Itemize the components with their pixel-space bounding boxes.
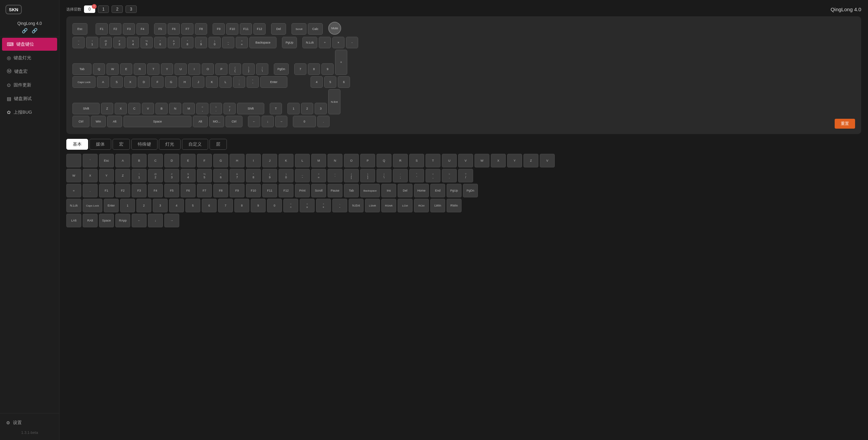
pk3-ins[interactable]: Ins xyxy=(381,184,396,197)
pk2-2[interactable]: @2 xyxy=(148,169,163,182)
key-l[interactable]: L xyxy=(219,76,232,88)
key-f4[interactable]: F4 xyxy=(136,23,149,35)
pk-r[interactable]: R xyxy=(393,154,408,167)
pk2-w[interactable]: W xyxy=(66,169,81,182)
key-lwin[interactable]: Win xyxy=(91,116,106,127)
key-o[interactable]: O xyxy=(202,63,214,75)
key-j[interactable]: J xyxy=(192,76,204,88)
key-comma[interactable]: <, xyxy=(196,103,208,114)
pk4-4[interactable]: 4 xyxy=(169,199,184,212)
key-a[interactable]: A xyxy=(97,76,109,88)
pk2-x[interactable]: X xyxy=(83,169,98,182)
key-k[interactable]: K xyxy=(206,76,218,88)
key-scroll[interactable]: Scroll xyxy=(291,23,306,35)
pk2-dot[interactable]: >. xyxy=(442,169,457,182)
pk3-pause[interactable]: Pause xyxy=(328,184,343,197)
key-v[interactable]: V xyxy=(142,103,154,114)
pk-c[interactable]: C xyxy=(148,154,163,167)
key-w[interactable]: W xyxy=(106,63,119,75)
key-npenter[interactable]: N.Ent xyxy=(328,89,340,114)
key-f[interactable]: F xyxy=(151,76,164,88)
key-c[interactable]: C xyxy=(128,103,140,114)
pk-j[interactable]: J xyxy=(262,154,277,167)
layer-btn-0[interactable]: 0* xyxy=(84,5,95,13)
pk-i[interactable]: I xyxy=(246,154,261,167)
pk4-lwin[interactable]: LWin xyxy=(430,199,445,212)
pk-o[interactable]: O xyxy=(344,154,359,167)
pk4-div[interactable]: ÷÷ xyxy=(283,199,298,212)
pk-y[interactable]: Y xyxy=(507,154,522,167)
key-f10[interactable]: F10 xyxy=(226,23,238,35)
tab-media[interactable]: 媒体 xyxy=(89,139,111,150)
key-up[interactable]: T xyxy=(270,103,282,114)
pk3-f1[interactable]: F1 xyxy=(99,184,114,197)
key-capslock[interactable]: Caps Lock xyxy=(72,76,96,88)
key-nlck[interactable]: N.Lck xyxy=(302,37,317,48)
pk-t[interactable]: T xyxy=(425,154,440,167)
pk-grave[interactable]: ` xyxy=(83,154,98,167)
pk4-nent[interactable]: N.Ent xyxy=(349,199,364,212)
pk3-f10[interactable]: F10 xyxy=(246,184,261,197)
unlink-icon[interactable]: 🔗 xyxy=(32,28,37,33)
pk5-left[interactable]: ← xyxy=(132,214,147,227)
key-g[interactable]: G xyxy=(165,76,177,88)
pk3-f4[interactable]: F4 xyxy=(148,184,163,197)
key-np5[interactable]: 5 xyxy=(324,76,336,88)
pk4-7[interactable]: 7 xyxy=(218,199,233,212)
key-mo[interactable]: MO... xyxy=(209,116,224,127)
key-lctrl[interactable]: Ctrl xyxy=(72,116,89,127)
pk3-f7[interactable]: F7 xyxy=(197,184,212,197)
key-e[interactable]: E xyxy=(120,63,132,75)
pk3-tab[interactable]: Tab xyxy=(344,184,359,197)
pk2-apos[interactable]: "' xyxy=(409,169,424,182)
key-np0[interactable]: 0 xyxy=(293,116,316,127)
pk-e[interactable]: E xyxy=(181,154,196,167)
pk3-pgdn[interactable]: PgDn xyxy=(463,184,478,197)
key-m[interactable]: M xyxy=(183,103,195,114)
pk4-mul[interactable]: ×× xyxy=(300,199,315,212)
pk-w[interactable]: W xyxy=(474,154,489,167)
pk-z[interactable]: Z xyxy=(523,154,538,167)
sidebar-item-keybind[interactable]: ⌨ 键盘键位 xyxy=(2,38,57,51)
pk4-2[interactable]: 2 xyxy=(136,199,151,212)
pk5-right[interactable]: → xyxy=(164,214,179,227)
key-npdot[interactable]: . xyxy=(317,116,330,127)
tab-macro[interactable]: 宏 xyxy=(113,139,130,150)
pk3-eq[interactable]: = xyxy=(66,184,81,197)
pk2-lbr[interactable]: {[ xyxy=(344,169,359,182)
key-2[interactable]: @2 xyxy=(100,37,112,48)
key-f11[interactable]: F11 xyxy=(240,23,252,35)
key-minus[interactable]: _- xyxy=(222,37,234,48)
pk-l[interactable]: L xyxy=(295,154,310,167)
key-esc[interactable]: Esc xyxy=(72,23,87,35)
pk2-eq[interactable]: += xyxy=(311,169,326,182)
pk2-minus[interactable]: _- xyxy=(295,169,310,182)
key-p[interactable]: P xyxy=(215,63,228,75)
key-quote[interactable]: "' xyxy=(247,76,259,88)
pk2-semi[interactable]: :; xyxy=(393,169,408,182)
key-y[interactable]: Y xyxy=(161,63,173,75)
key-backslash[interactable]: |\ xyxy=(256,63,268,75)
pk3-print[interactable]: Print xyxy=(295,184,310,197)
pk-h[interactable]: H xyxy=(230,154,245,167)
pk-v[interactable]: V xyxy=(458,154,473,167)
pk3-f6[interactable]: F6 xyxy=(181,184,196,197)
pk4-0[interactable]: 0 xyxy=(267,199,282,212)
key-lbracket[interactable]: {( xyxy=(229,63,241,75)
key-i[interactable]: I xyxy=(188,63,200,75)
tab-layer[interactable]: 层 xyxy=(210,139,227,150)
pk-x[interactable]: X xyxy=(491,154,506,167)
pk-g[interactable]: G xyxy=(213,154,228,167)
pk-b[interactable]: B xyxy=(132,154,147,167)
pk2-8[interactable]: *8 xyxy=(246,169,261,182)
pk5-ralt[interactable]: RAlt xyxy=(83,214,98,227)
layer-btn-2[interactable]: 2 xyxy=(112,5,123,13)
pk3-f2[interactable]: F2 xyxy=(115,184,130,197)
pk4-minus[interactable]: -- xyxy=(332,199,347,212)
pk-a[interactable]: A xyxy=(115,154,130,167)
layer-btn-1[interactable]: 1 xyxy=(98,5,109,13)
sidebar-item-backlight[interactable]: ◎ 键盘灯光 xyxy=(2,51,57,64)
key-q[interactable]: Q xyxy=(93,63,105,75)
pk3-dot[interactable]: . xyxy=(83,184,98,197)
pk2-3[interactable]: #3 xyxy=(164,169,179,182)
